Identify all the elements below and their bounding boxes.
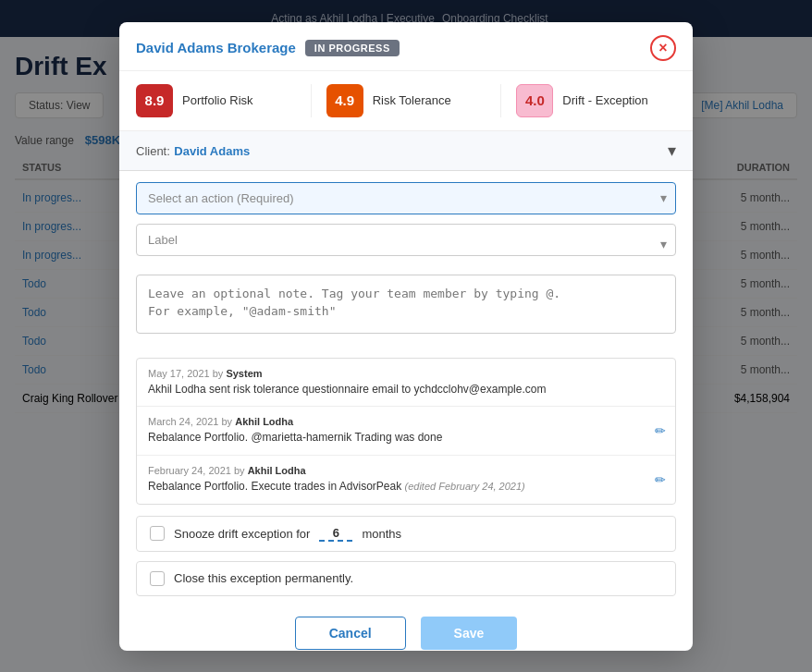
risk-tolerance-label: Risk Tolerance [373, 93, 451, 107]
activity-text-2: Rebalance Portfolio. Execute trades in A… [148, 479, 664, 495]
label-select-wrapper: Label ▾ [136, 224, 676, 265]
drift-exception-badge: 4.0 [516, 84, 553, 117]
drift-exception-card: 4.0 Drift - Exception [516, 84, 676, 117]
edited-note-2: (edited February 24, 2021) [405, 481, 525, 492]
activity-item-0: May 17, 2021 by System Akhil Lodha sent … [137, 359, 675, 408]
modal-footer: Cancel Save [119, 605, 693, 651]
client-name: David Adams [174, 144, 250, 158]
close-permanently-row: Close this exception permanently. [136, 561, 676, 596]
drift-exception-label: Drift - Exception [562, 93, 647, 107]
snooze-label-pre: Snooze drift exception for [174, 527, 310, 541]
brokerage-name: David Adams Brokerage [136, 40, 296, 55]
client-label: Client: [136, 144, 170, 158]
activity-log: May 17, 2021 by System Akhil Lodha sent … [136, 358, 676, 505]
label-select[interactable]: Label [136, 224, 676, 256]
activity-meta-1: March 24, 2021 by Akhil Lodha [148, 416, 664, 427]
activity-by-2: Akhil Lodha [248, 465, 306, 476]
client-row[interactable]: Client: David Adams ▾ [119, 131, 693, 171]
activity-date-1: March 24, 2021 [148, 416, 218, 427]
activity-by-0: System [226, 368, 262, 379]
score-cards: 8.9 Portfolio Risk 4.9 Risk Tolerance 4.… [119, 71, 693, 131]
modal-header-left: David Adams Brokerage In progress [136, 40, 400, 56]
portfolio-risk-label: Portfolio Risk [182, 93, 253, 107]
activity-item-2: February 24, 2021 by Akhil Lodha Rebalan… [137, 456, 675, 504]
risk-tolerance-badge: 4.9 [326, 84, 363, 117]
activity-meta-2: February 24, 2021 by Akhil Lodha [148, 465, 664, 476]
activity-date-2: February 24, 2021 [148, 465, 231, 476]
save-button[interactable]: Save [421, 617, 518, 650]
form-area: Select an action (Required) ▾ Label ▾ [119, 171, 693, 358]
risk-tolerance-card: 4.9 Risk Tolerance [326, 84, 502, 117]
chevron-down-icon: ▾ [668, 141, 676, 161]
close-permanently-checkbox[interactable] [150, 571, 165, 586]
edit-icon-2[interactable]: ✏ [655, 472, 666, 487]
status-badge: In progress [305, 40, 400, 56]
portfolio-risk-card: 8.9 Portfolio Risk [136, 84, 312, 117]
activity-meta-0: May 17, 2021 by System [148, 368, 664, 379]
activity-text-1: Rebalance Portfolio. @marietta-hamernik … [148, 430, 664, 446]
action-select[interactable]: Select an action (Required) [136, 182, 676, 214]
close-button[interactable]: × [650, 35, 676, 61]
modal-header: David Adams Brokerage In progress × [119, 22, 693, 71]
activity-text-0: Akhil Lodha sent risk tolerance question… [148, 382, 664, 397]
notes-textarea[interactable] [136, 275, 676, 334]
action-select-wrapper: Select an action (Required) ▾ [136, 182, 676, 214]
snooze-label-post: months [362, 527, 401, 541]
activity-date-0: May 17, 2021 [148, 368, 210, 379]
drift-exception-modal: David Adams Brokerage In progress × 8.9 … [119, 22, 693, 651]
edit-icon-1[interactable]: ✏ [655, 423, 666, 438]
snooze-row: Snooze drift exception for 6 months [136, 516, 676, 552]
modal-overlay: David Adams Brokerage In progress × 8.9 … [0, 0, 812, 672]
snooze-checkbox[interactable] [150, 526, 165, 541]
client-info: Client: David Adams [136, 142, 250, 159]
portfolio-risk-badge: 8.9 [136, 84, 173, 117]
activity-by-1: Akhil Lodha [235, 416, 293, 427]
snooze-input[interactable]: 6 [319, 526, 352, 542]
activity-item-1: March 24, 2021 by Akhil Lodha Rebalance … [137, 407, 675, 456]
close-permanently-label: Close this exception permanently. [174, 571, 353, 585]
cancel-button[interactable]: Cancel [295, 617, 406, 650]
